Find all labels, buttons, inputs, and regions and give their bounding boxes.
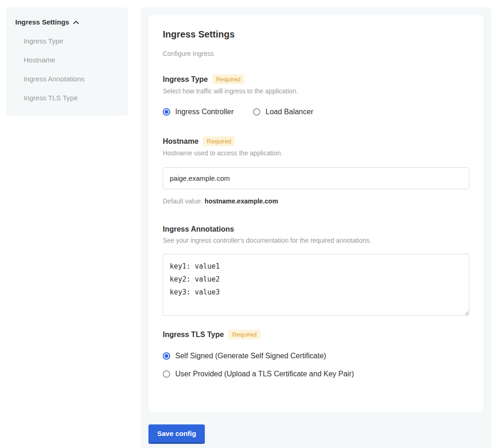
sidebar-item-hostname[interactable]: Hostname — [24, 56, 119, 64]
radio-self-signed[interactable]: Self Signed (Generate Self Signed Certif… — [163, 352, 469, 360]
default-value-label: Default value: — [163, 197, 203, 205]
default-value-text: hostname.example.com — [205, 197, 278, 205]
section-ingress-annotations: Ingress Annotations See your ingress con… — [163, 225, 469, 316]
field-help-ingress-type: Select how traffic will ingress to the a… — [163, 87, 469, 95]
radio-selected-icon — [163, 352, 170, 360]
radio-label: Ingress Controller — [175, 108, 234, 116]
radio-unselected-icon — [253, 108, 260, 116]
hostname-default-line: Default value:hostname.example.com — [163, 197, 469, 205]
field-help-ingress-annotations: See your ingress controller's documentat… — [163, 237, 469, 244]
ingress-settings-card: Ingress Settings Configure Ingress Ingre… — [148, 15, 484, 412]
radio-label: User Provided (Upload a TLS Certificate … — [175, 370, 354, 378]
required-badge: Required — [228, 330, 260, 339]
sidebar-item-ingress-type[interactable]: Ingress Type — [24, 37, 119, 45]
radio-load-balancer[interactable]: Load Balancer — [253, 108, 313, 116]
ingress-type-radio-group: Ingress Controller Load Balancer — [163, 108, 469, 116]
field-header: Ingress TLS Type Required — [163, 330, 469, 339]
config-content-panel: Ingress Settings Configure Ingress Ingre… — [141, 7, 492, 448]
radio-unselected-icon — [163, 370, 170, 378]
ingress-annotations-textarea[interactable]: key1: value1 key2: value2 key3: value3 — [163, 254, 469, 316]
field-label-hostname: Hostname — [163, 137, 198, 146]
radio-selected-icon — [163, 108, 170, 116]
field-header: Ingress Annotations — [163, 225, 469, 233]
tls-type-radio-group: Self Signed (Generate Self Signed Certif… — [163, 352, 469, 378]
radio-label: Self Signed (Generate Self Signed Certif… — [175, 352, 326, 360]
sidebar-item-ingress-annotations[interactable]: Ingress Annotations — [24, 75, 119, 83]
field-label-ingress-annotations: Ingress Annotations — [163, 225, 234, 233]
required-badge: Required — [213, 74, 245, 84]
radio-ingress-controller[interactable]: Ingress Controller — [163, 108, 234, 116]
required-badge: Required — [203, 136, 235, 146]
field-header: Ingress Type Required — [163, 74, 469, 84]
section-ingress-tls-type: Ingress TLS Type Required Self Signed (G… — [163, 330, 469, 378]
field-label-ingress-tls-type: Ingress TLS Type — [163, 331, 224, 339]
config-sidebar: Ingress Settings Ingress Type Hostname I… — [6, 7, 128, 116]
chevron-up-icon — [73, 20, 79, 25]
field-header: Hostname Required — [163, 136, 469, 146]
sidebar-item-ingress-tls-type[interactable]: Ingress TLS Type — [24, 94, 119, 102]
hostname-input[interactable] — [163, 167, 469, 189]
card-subtitle: Configure Ingress — [163, 50, 469, 57]
radio-user-provided[interactable]: User Provided (Upload a TLS Certificate … — [163, 370, 469, 378]
section-hostname: Hostname Required Hostname used to acces… — [163, 136, 469, 205]
field-help-hostname: Hostname used to access the application. — [163, 149, 469, 157]
field-label-ingress-type: Ingress Type — [163, 75, 208, 84]
card-title: Ingress Settings — [163, 29, 469, 40]
page: Ingress Settings Ingress Type Hostname I… — [0, 0, 504, 448]
sidebar-group-label: Ingress Settings — [15, 18, 69, 26]
section-ingress-type: Ingress Type Required Select how traffic… — [163, 74, 469, 116]
save-config-button[interactable]: Save config — [148, 424, 205, 444]
sidebar-group-ingress-settings[interactable]: Ingress Settings — [15, 18, 119, 26]
sidebar-items: Ingress Type Hostname Ingress Annotation… — [15, 37, 119, 102]
radio-label: Load Balancer — [265, 108, 313, 116]
